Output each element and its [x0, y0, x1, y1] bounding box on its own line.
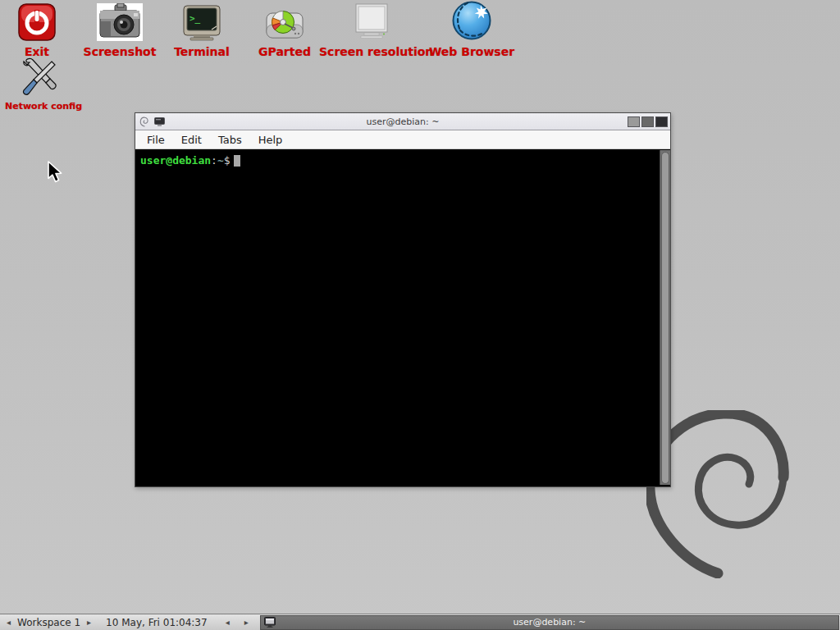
tools-icon	[5, 57, 74, 97]
mouse-cursor	[47, 161, 66, 184]
titlebar[interactable]: user@debian: ~	[135, 113, 670, 130]
svg-text:>_: >_	[189, 13, 201, 24]
window-title: user@debian: ~	[135, 116, 670, 127]
shell-prompt: user@debian:~$	[140, 154, 240, 167]
task-button-terminal[interactable]: user@debian: ~	[260, 615, 839, 630]
icon-label: Terminal	[169, 45, 235, 58]
tasklist-left-arrow-icon[interactable]: ◂	[224, 618, 231, 627]
terminal-scrollbar[interactable]	[660, 150, 670, 485]
prompt-separator: :	[211, 154, 217, 167]
menu-file[interactable]: File	[139, 132, 173, 148]
icon-label: Network config	[5, 101, 74, 112]
desktop-icon-terminal[interactable]: >_ Terminal	[169, 2, 235, 58]
menu-tabs[interactable]: Tabs	[210, 132, 250, 148]
camera-icon	[83, 2, 157, 41]
terminal-window: user@debian: ~ File Edit Tabs Help user@…	[135, 112, 671, 487]
task-button-label: user@debian: ~	[261, 617, 838, 628]
menu-help[interactable]: Help	[250, 132, 291, 148]
prompt-user-host: user@debian	[140, 154, 211, 167]
minimize-button[interactable]	[628, 116, 640, 127]
icon-label: Screen resolution	[319, 45, 424, 58]
icon-label: Screenshot	[83, 45, 157, 58]
terminal-screen[interactable]: user@debian:~$	[135, 150, 670, 485]
globe-icon	[427, 2, 516, 41]
close-button[interactable]	[655, 116, 668, 127]
desktop-icon-screenshot[interactable]: Screenshot	[83, 2, 157, 58]
icon-label: Web Browser	[427, 45, 516, 58]
desktop-icon-network-config[interactable]: Network config	[5, 57, 74, 112]
desktop-icon-gparted[interactable]: GParted	[255, 2, 314, 58]
tasklist-right-arrow-icon[interactable]: ▸	[243, 618, 250, 627]
workspace-prev-arrow-icon[interactable]: ◂	[5, 618, 12, 627]
desktop: { "desktop": { "icons": [ { "label": "Ex…	[0, 0, 840, 630]
monitor-icon	[319, 2, 424, 41]
clock: 10 May, Fri 01:04:37	[98, 614, 216, 630]
debian-swirl-icon	[139, 116, 149, 127]
desktop-icon-screen-resolution[interactable]: Screen resolution	[319, 2, 424, 58]
task-monitor-icon	[264, 617, 276, 628]
tasklist-scroll-arrows: ◂ ▸	[216, 614, 258, 630]
menubar: File Edit Tabs Help	[135, 130, 670, 149]
workspace-next-arrow-icon[interactable]: ▸	[85, 618, 93, 627]
icon-label: GParted	[255, 45, 314, 58]
prompt-symbol: $	[224, 154, 231, 167]
prompt-cwd: ~	[217, 154, 224, 167]
icon-label: Exit	[8, 45, 66, 58]
desktop-icon-exit[interactable]: Exit	[8, 2, 66, 58]
disk-partition-icon	[255, 2, 314, 41]
crt-terminal-icon: >_	[169, 2, 235, 41]
power-icon	[8, 2, 66, 41]
desktop-icon-web-browser[interactable]: Web Browser	[427, 2, 516, 58]
workspace-label[interactable]: Workspace 1	[17, 617, 80, 628]
taskbar: ◂ Workspace 1 ▸ 10 May, Fri 01:04:37 ◂ ▸…	[0, 614, 840, 630]
text-cursor	[234, 155, 240, 167]
scrollbar-thumb[interactable]	[661, 152, 669, 484]
terminal-app-icon	[154, 117, 165, 126]
menu-edit[interactable]: Edit	[173, 132, 210, 148]
workspace-pager: ◂ Workspace 1 ▸	[0, 614, 98, 630]
maximize-button[interactable]	[641, 116, 654, 127]
